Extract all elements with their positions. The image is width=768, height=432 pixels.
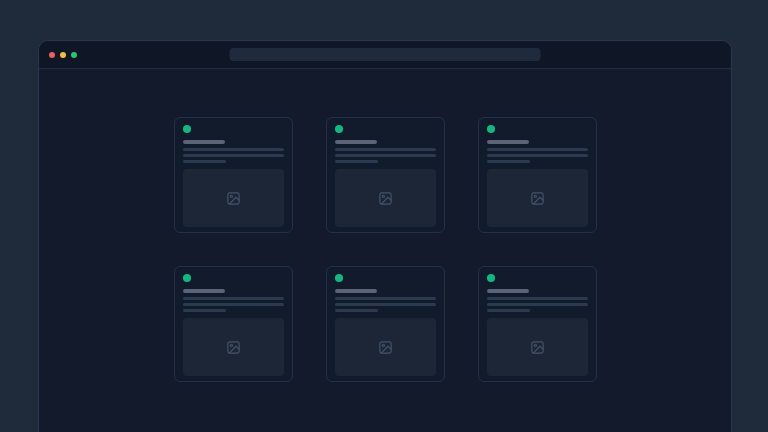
minimize-button[interactable] <box>60 52 66 58</box>
card[interactable] <box>174 266 293 382</box>
skeleton-line <box>487 303 588 306</box>
browser-titlebar <box>39 41 731 69</box>
zoom-button[interactable] <box>71 52 77 58</box>
status-dot <box>183 274 191 282</box>
status-dot <box>335 274 343 282</box>
status-dot <box>487 274 495 282</box>
skeleton-title <box>335 289 377 293</box>
status-dot <box>335 125 343 133</box>
traffic-lights <box>49 52 77 58</box>
card[interactable] <box>478 266 597 382</box>
image-placeholder <box>183 169 284 227</box>
image-placeholder <box>335 318 436 376</box>
skeleton-line <box>487 309 530 312</box>
image-placeholder <box>335 169 436 227</box>
skeleton-line <box>335 148 436 151</box>
skeleton-line <box>335 303 436 306</box>
skeleton-line <box>335 309 378 312</box>
skeleton-line <box>487 160 530 163</box>
card-grid <box>174 117 597 382</box>
image-icon <box>530 340 545 355</box>
address-bar[interactable] <box>230 48 541 61</box>
skeleton-line <box>335 160 378 163</box>
image-icon <box>378 340 393 355</box>
skeleton-line <box>335 297 436 300</box>
card[interactable] <box>478 117 597 233</box>
image-placeholder <box>487 318 588 376</box>
close-button[interactable] <box>49 52 55 58</box>
skeleton-title <box>183 289 225 293</box>
image-icon <box>226 191 241 206</box>
skeleton-title <box>487 140 529 144</box>
skeleton-line <box>183 297 284 300</box>
skeleton-title <box>183 140 225 144</box>
skeleton-title <box>487 289 529 293</box>
image-placeholder <box>183 318 284 376</box>
skeleton-line <box>183 303 284 306</box>
image-icon <box>378 191 393 206</box>
skeleton-line <box>183 309 226 312</box>
skeleton-line <box>335 154 436 157</box>
card[interactable] <box>326 117 445 233</box>
card[interactable] <box>326 266 445 382</box>
browser-content <box>39 69 731 382</box>
browser-window <box>38 40 732 432</box>
skeleton-line <box>487 148 588 151</box>
skeleton-line <box>487 154 588 157</box>
skeleton-line <box>183 148 284 151</box>
skeleton-title <box>335 140 377 144</box>
skeleton-line <box>183 160 226 163</box>
skeleton-line <box>487 297 588 300</box>
page-background <box>0 0 768 432</box>
status-dot <box>487 125 495 133</box>
card[interactable] <box>174 117 293 233</box>
status-dot <box>183 125 191 133</box>
skeleton-line <box>183 154 284 157</box>
image-placeholder <box>487 169 588 227</box>
image-icon <box>226 340 241 355</box>
image-icon <box>530 191 545 206</box>
